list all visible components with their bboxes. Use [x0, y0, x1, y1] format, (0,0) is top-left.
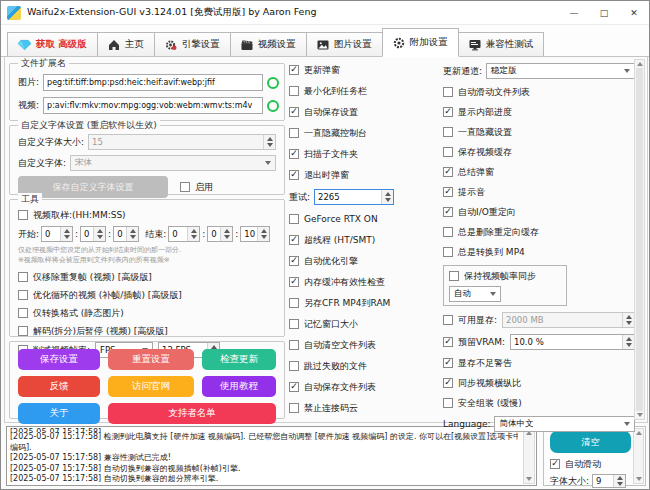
auto-save-settings-checkbox-row[interactable]: 自动保存设置 [289, 105, 439, 119]
checkbox[interactable] [289, 403, 299, 413]
checkbox[interactable] [289, 214, 299, 224]
retry-spinner[interactable]: 2265 [314, 189, 394, 205]
checkbox[interactable] [18, 326, 28, 336]
popup-on-exit-checkbox-row[interactable]: 退出时弹窗 [289, 168, 439, 182]
clear-log-button[interactable]: 清空 [550, 431, 631, 453]
checkbox[interactable] [443, 167, 453, 177]
video-ext-input[interactable]: p:avi:flv:mkv:mov:mpg:ogg:vob:webm:wmv:t… [43, 97, 263, 114]
checkbox[interactable] [550, 459, 560, 469]
checkbox[interactable] [443, 107, 453, 117]
always-delete-redirect-cache-checkbox-row[interactable]: 总是删除重定向缓存 [443, 225, 635, 239]
log-font-size-spinner[interactable]: 9 [592, 474, 626, 488]
format-only-checkbox-row[interactable]: 仅转换格式 (静态图片) [18, 306, 284, 320]
checkbox[interactable] [289, 319, 299, 329]
minimize-button[interactable]: — [559, 1, 589, 24]
scan-subfolders-checkbox-row[interactable]: 扫描子文件夹 [289, 147, 439, 161]
supporters-button[interactable]: 支持者名单 [108, 403, 276, 424]
panel-scrollbar[interactable] [633, 428, 644, 484]
summary-popup-checkbox-row[interactable]: 总结弹窗 [443, 165, 635, 179]
reserved-vram-checkbox[interactable] [443, 337, 453, 347]
hyper-threading-checkbox-row[interactable]: 超线程 (HT/SMT) [289, 233, 439, 247]
font-enable-checkbox-row[interactable]: 启用 [180, 180, 213, 194]
checkbox[interactable] [289, 340, 299, 350]
scroll-down-icon[interactable] [526, 477, 532, 481]
optimize-loop-video-checkbox-row[interactable]: 优化循环的视频 (补帧/插帧) [高级版] [18, 288, 284, 302]
auto-clear-file-list-checkbox-row[interactable]: 自动清空文件列表 [289, 338, 439, 352]
always-convert-mp4-checkbox-row[interactable]: 总是转换到 MP4 [443, 245, 635, 259]
settings-scrollbar[interactable] [634, 59, 645, 420]
fps-sync-mode-select[interactable]: 自动 [449, 286, 501, 302]
video-sampling-checkbox-row[interactable]: 视频取样:(HH:MM:SS) [18, 208, 284, 222]
minimize-to-tray-checkbox-row[interactable]: 最小化到任务栏 [289, 84, 439, 98]
end-sec-spinner[interactable]: 10 [240, 226, 270, 242]
save-cfr-mp4-ram-checkbox-row[interactable]: 另存CFR MP4到RAM [289, 296, 439, 310]
checkbox[interactable] [443, 398, 453, 408]
auto-optimize-engine-checkbox-row[interactable]: 自动优化引擎 [289, 254, 439, 268]
checkbox[interactable] [443, 187, 453, 197]
scroll-down-icon[interactable] [636, 477, 642, 481]
checkbox[interactable] [289, 149, 299, 159]
save-video-cache-checkbox-row[interactable]: 保存视频缓存 [443, 145, 635, 159]
font-family-select[interactable]: 宋体 [70, 155, 276, 171]
scroll-down-icon[interactable] [637, 413, 643, 417]
reserved-vram-spinner[interactable]: 10.0 % [510, 334, 635, 350]
checkbox[interactable] [289, 86, 299, 96]
image-ext-input[interactable]: peg:tif:tiff:bmp:psd:heic:heif:avif:webp… [43, 74, 263, 91]
checkbox[interactable] [289, 277, 299, 287]
tutorial-button[interactable]: 使用教程 [202, 376, 276, 397]
checkbox[interactable] [443, 147, 453, 157]
checkbox[interactable] [289, 170, 299, 180]
language-select[interactable]: 简体中文 [494, 416, 635, 432]
always-hide-console-checkbox-row[interactable]: 一直隐藏控制台 [289, 126, 439, 140]
checkbox[interactable] [443, 87, 453, 97]
checkbox[interactable] [289, 235, 299, 245]
end-hour-spinner[interactable]: 0 [168, 226, 200, 242]
tab-compatibility-test[interactable]: 兼容性测试 [459, 32, 545, 57]
remember-window-size-checkbox-row[interactable]: 记忆窗口大小 [289, 317, 439, 331]
checkbox[interactable] [443, 378, 453, 388]
scroll-up-icon[interactable] [637, 62, 643, 66]
pause-after-decode-checkbox-row[interactable]: 解码(拆分)后暂停 (视频) [高级版] [18, 324, 284, 338]
forbid-gitee-checkbox-row[interactable]: 禁止连接码云 [289, 401, 439, 415]
refresh-icon[interactable] [267, 77, 279, 89]
spinner-arrows-icon[interactable] [263, 135, 275, 149]
check-update-button[interactable]: 检查更新 [202, 349, 276, 370]
notification-sound-checkbox-row[interactable]: 提示音 [443, 185, 635, 199]
checkbox[interactable] [289, 107, 299, 117]
checkbox[interactable] [449, 271, 459, 281]
checkbox[interactable] [443, 247, 453, 257]
start-hour-spinner[interactable]: 0 [41, 226, 73, 242]
checkbox[interactable] [289, 256, 299, 266]
memory-buffer-check-checkbox-row[interactable]: 内存缓冲有效性检查 [289, 275, 439, 289]
start-sec-spinner[interactable]: 0 [113, 226, 139, 242]
geforce-rtx-checkbox-row[interactable]: GeForce RTX ON [289, 212, 439, 226]
checkbox[interactable] [18, 308, 28, 318]
checkbox[interactable] [443, 358, 453, 368]
end-min-spinner[interactable]: 0 [207, 226, 233, 242]
show-internal-progress-checkbox-row[interactable]: 显示内部进度 [443, 105, 635, 119]
checkbox[interactable] [289, 298, 299, 308]
reset-settings-button[interactable]: 重置设置 [108, 349, 194, 370]
auto-scroll-file-list-checkbox-row[interactable]: 自动滑动文件列表 [443, 85, 635, 99]
save-settings-button[interactable]: 保存设置 [18, 349, 100, 370]
checkbox[interactable] [18, 210, 28, 220]
log-autoscroll-checkbox-row[interactable]: 自动滑动 [550, 457, 631, 471]
checkbox[interactable] [289, 361, 299, 371]
keep-fps-sync-checkbox-row[interactable]: 保持视频帧率同步 [449, 269, 561, 283]
auto-save-file-list-checkbox-row[interactable]: 自动保存文件列表 [289, 380, 439, 394]
about-button[interactable]: 关于 [18, 403, 100, 424]
refresh-icon[interactable] [267, 100, 279, 112]
checkbox[interactable] [289, 382, 299, 392]
sync-video-aspect-checkbox-row[interactable]: 同步视频横纵比 [443, 376, 635, 390]
font-size-spinner[interactable]: 15 [88, 134, 276, 150]
checkbox[interactable] [443, 207, 453, 217]
auto-io-redirect-checkbox-row[interactable]: 自动I/O重定向 [443, 205, 635, 219]
visit-website-button[interactable]: 访问官网 [108, 376, 194, 397]
update-popup-checkbox-row[interactable]: 更新弹窗 [289, 63, 439, 77]
maximize-button[interactable]: □ [589, 1, 619, 24]
always-hide-settings-checkbox-row[interactable]: 一直隐藏设置 [443, 125, 635, 139]
available-vram-spinner[interactable]: 2000 MB [502, 312, 635, 328]
tab-engine-settings[interactable]: 引擎设置 [154, 32, 230, 57]
checkbox[interactable] [289, 65, 299, 75]
start-min-spinner[interactable]: 0 [80, 226, 106, 242]
